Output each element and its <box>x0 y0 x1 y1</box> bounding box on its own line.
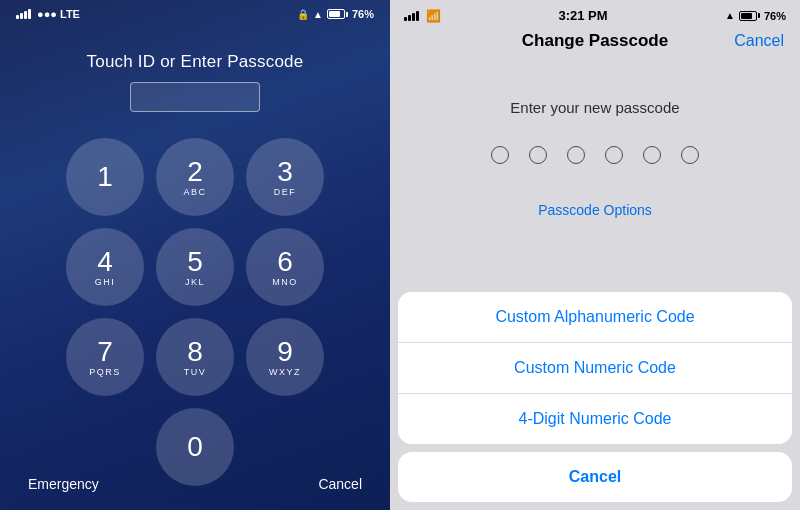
key-8-sub: TUV <box>184 367 207 377</box>
action-sheet-cancel-button[interactable]: Cancel <box>398 452 792 502</box>
passcode-input-field[interactable] <box>130 82 260 112</box>
key-1-main: 1 <box>97 163 113 191</box>
key-2-main: 2 <box>187 158 203 186</box>
status-bar-left: ●●● LTE 🔒 ▲ 76% <box>0 0 390 24</box>
action-alphanumeric-label: Custom Alphanumeric Code <box>495 308 694 326</box>
key-4[interactable]: 4 GHI <box>66 228 144 306</box>
action-sheet: Custom Alphanumeric Code Custom Numeric … <box>390 292 800 510</box>
key-7-main: 7 <box>97 338 113 366</box>
key-7[interactable]: 7 PQRS <box>66 318 144 396</box>
key-5-sub: JKL <box>185 277 205 287</box>
battery-pct-left: 76% <box>352 8 374 20</box>
lock-screen-panel: ●●● LTE 🔒 ▲ 76% Touch ID or Enter Passco… <box>0 0 390 510</box>
key-4-main: 4 <box>97 248 113 276</box>
key-5[interactable]: 5 JKL <box>156 228 234 306</box>
action-sheet-overlay: Custom Alphanumeric Code Custom Numeric … <box>390 0 800 510</box>
lock-screen-title: Touch ID or Enter Passcode <box>87 52 304 72</box>
key-5-main: 5 <box>187 248 203 276</box>
lock-icon: 🔒 <box>297 9 309 20</box>
location-icon-left: ▲ <box>313 9 323 20</box>
key-6[interactable]: 6 MNO <box>246 228 324 306</box>
key-3-sub: DEF <box>274 187 297 197</box>
action-sheet-group: Custom Alphanumeric Code Custom Numeric … <box>398 292 792 444</box>
cancel-button-left[interactable]: Cancel <box>318 476 362 492</box>
key-0-main: 0 <box>187 433 203 461</box>
key-2[interactable]: 2 ABC <box>156 138 234 216</box>
battery-body-left <box>327 9 345 19</box>
signal-bars-left <box>16 9 31 19</box>
key-7-sub: PQRS <box>89 367 121 377</box>
key-6-main: 6 <box>277 248 293 276</box>
numpad: 1 2 ABC 3 DEF 4 GHI 5 JKL 6 MNO 7 PQRS 8 <box>66 138 324 396</box>
key-6-sub: MNO <box>272 277 298 287</box>
key-3[interactable]: 3 DEF <box>246 138 324 216</box>
signal-group-left: ●●● LTE <box>16 8 80 20</box>
emergency-button[interactable]: Emergency <box>28 476 99 492</box>
battery-tip-left <box>346 12 348 17</box>
signal-bar-1 <box>16 15 19 19</box>
action-cancel-label: Cancel <box>569 468 621 486</box>
signal-bar-4 <box>28 9 31 19</box>
status-right-left: 🔒 ▲ 76% <box>297 8 374 20</box>
zero-row: 0 <box>156 408 234 486</box>
action-custom-numeric[interactable]: Custom Numeric Code <box>398 343 792 394</box>
change-passcode-panel: 📶 3:21 PM ▲ 76% Change Passcode Cancel E… <box>390 0 800 510</box>
action-4digit-numeric[interactable]: 4-Digit Numeric Code <box>398 394 792 444</box>
key-3-main: 3 <box>277 158 293 186</box>
key-1[interactable]: 1 <box>66 138 144 216</box>
key-8[interactable]: 8 TUV <box>156 318 234 396</box>
action-4digit-label: 4-Digit Numeric Code <box>519 410 672 428</box>
action-custom-alphanumeric[interactable]: Custom Alphanumeric Code <box>398 292 792 343</box>
signal-bar-3 <box>24 11 27 19</box>
key-8-main: 8 <box>187 338 203 366</box>
battery-left <box>327 9 348 19</box>
action-numeric-label: Custom Numeric Code <box>514 359 676 377</box>
key-9[interactable]: 9 WXYZ <box>246 318 324 396</box>
key-2-sub: ABC <box>183 187 206 197</box>
key-0[interactable]: 0 <box>156 408 234 486</box>
battery-fill-left <box>329 11 340 17</box>
carrier-label-left: ●●● LTE <box>37 8 80 20</box>
key-4-sub: GHI <box>95 277 116 287</box>
bottom-actions: Emergency Cancel <box>0 476 390 492</box>
signal-bar-2 <box>20 13 23 19</box>
key-9-main: 9 <box>277 338 293 366</box>
key-9-sub: WXYZ <box>269 367 301 377</box>
